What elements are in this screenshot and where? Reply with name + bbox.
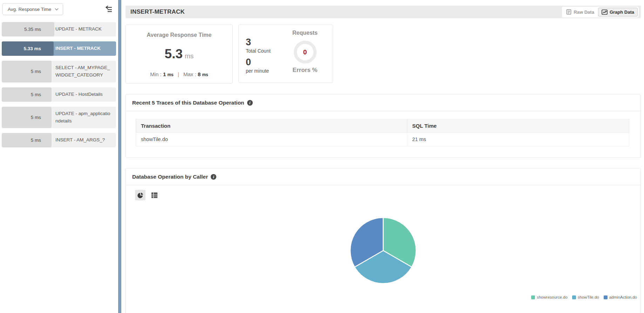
- operation-item-insert-am-args[interactable]: 5 ms INSERT - AM_ARGS_?: [2, 133, 116, 147]
- operation-item-select-am-mypage[interactable]: 5 ms SELECT - AM_MYPAGE_WIDGET_CATEGORY: [2, 61, 116, 82]
- operation-by-caller-card: Database Operation by Caller i: [126, 168, 641, 313]
- operation-label: UPDATE - apm_applicationdetails: [55, 110, 111, 125]
- table-icon: [151, 192, 158, 199]
- operation-value: 5.33 ms: [2, 46, 41, 51]
- errors-value: 0: [303, 48, 307, 56]
- sort-by-dropdown[interactable]: Avg. Response Time: [2, 3, 63, 15]
- errors-label: Errors %: [293, 67, 318, 74]
- graph-data-label: Graph Data: [610, 9, 634, 15]
- operation-value: 5 ms: [2, 92, 41, 97]
- column-header-sql-time: SQL Time: [407, 119, 629, 133]
- info-icon[interactable]: i: [211, 174, 216, 180]
- operation-label: UPDATE - HostDetails: [55, 91, 111, 98]
- page-header: INSERT-METRACK Raw Data Graph Data: [126, 6, 641, 18]
- legend-label: showresource.do: [537, 295, 568, 299]
- pie-view-button[interactable]: [135, 190, 145, 200]
- max-unit: ms: [202, 72, 208, 77]
- info-icon[interactable]: i: [247, 100, 253, 106]
- table-view-button[interactable]: [149, 190, 160, 200]
- sort-by-dropdown-label: Avg. Response Time: [8, 7, 51, 12]
- operation-label: UPDATE - METRACK: [55, 26, 111, 33]
- raw-data-label: Raw Data: [574, 9, 594, 15]
- avg-response-value: 5.3: [165, 47, 183, 61]
- raw-data-button[interactable]: Raw Data: [563, 8, 597, 16]
- min-max-row: Min : 1 ms | Max : 8 ms: [126, 71, 232, 77]
- sidebar-toolbar: Avg. Response Time: [0, 3, 118, 15]
- recent-traces-title: Recent 5 Traces of this Database Operati…: [132, 100, 244, 106]
- traces-table: Transaction SQL Time showTile.do 21 ms: [136, 119, 629, 146]
- operation-value: 5 ms: [2, 115, 41, 120]
- requests-title: Requests: [292, 30, 318, 36]
- metric-cards-row: Average Response Time 5.3ms Min : 1 ms |…: [126, 25, 641, 84]
- document-icon: [566, 9, 571, 15]
- operation-by-caller-title: Database Operation by Caller: [132, 174, 208, 180]
- operation-item-update-apm-applicationdetails[interactable]: 5 ms UPDATE - apm_applicationdetails: [2, 107, 116, 128]
- operations-sidebar: Avg. Response Time 5.35 ms UPDATE - METR…: [0, 0, 118, 313]
- avg-response-unit: ms: [185, 52, 194, 60]
- avg-response-time-title: Average Response Time: [126, 32, 232, 38]
- operation-item-update-metrack[interactable]: 5.35 ms UPDATE - METRACK: [2, 22, 116, 36]
- recent-traces-card: Recent 5 Traces of this Database Operati…: [126, 94, 641, 158]
- collapse-left-icon: [104, 5, 113, 14]
- caller-pie-chart[interactable]: [349, 217, 417, 285]
- min-label: Min :: [150, 71, 162, 77]
- legend-label: adminAction.do: [609, 295, 637, 299]
- operation-label: SELECT - AM_MYPAGE_WIDGET_CATEGORY: [55, 64, 111, 79]
- pie-legend: showresource.do showTile.do adminAction.…: [126, 295, 640, 299]
- max-label: Max :: [183, 71, 196, 77]
- operation-list: 5.35 ms UPDATE - METRACK 5.33 ms INSERT …: [0, 22, 118, 147]
- per-minute-label: per minute: [246, 68, 284, 74]
- chevron-down-icon: [55, 8, 59, 11]
- legend-swatch: [531, 295, 535, 299]
- view-toggle-group: Raw Data Graph Data: [562, 7, 639, 18]
- page-title: INSERT-METRACK: [130, 8, 185, 15]
- legend-swatch: [604, 295, 608, 299]
- operation-value: 5 ms: [2, 69, 41, 74]
- per-minute-value: 0: [246, 58, 284, 67]
- max-value: 8: [198, 71, 201, 77]
- trace-sql-time-cell: 21 ms: [407, 133, 629, 146]
- operation-label: INSERT - AM_ARGS_?: [55, 136, 111, 144]
- total-count-label: Total Count: [246, 48, 284, 54]
- operation-item-insert-metrack[interactable]: 5.33 ms INSERT - METRACK: [2, 41, 116, 56]
- sidebar-splitter[interactable]: [118, 0, 121, 313]
- collapse-sidebar-button[interactable]: [103, 4, 114, 14]
- operation-label: INSERT - METRACK: [55, 45, 111, 52]
- chart-view-toggles: [135, 190, 640, 200]
- requests-card: 3 Total Count 0 per minute Requests 0 Er…: [238, 25, 333, 83]
- legend-item-showresource[interactable]: showresource.do: [531, 295, 568, 299]
- graph-data-button[interactable]: Graph Data: [598, 8, 638, 16]
- operation-value: 5 ms: [2, 138, 41, 143]
- avg-response-time-card: Average Response Time 5.3ms Min : 1 ms |…: [126, 25, 233, 84]
- trace-transaction-cell[interactable]: showTile.do: [136, 133, 407, 146]
- separator: |: [178, 71, 179, 77]
- column-header-transaction: Transaction: [136, 119, 407, 133]
- trace-row[interactable]: showTile.do 21 ms: [136, 133, 629, 146]
- legend-item-adminaction[interactable]: adminAction.do: [604, 295, 637, 299]
- line-chart-icon: [602, 9, 608, 15]
- legend-item-showtile[interactable]: showTile.do: [572, 295, 599, 299]
- legend-label: showTile.do: [578, 295, 599, 299]
- operation-item-update-hostdetails[interactable]: 5 ms UPDATE - HostDetails: [2, 87, 116, 102]
- legend-swatch: [572, 295, 576, 299]
- min-unit: ms: [167, 72, 173, 77]
- operation-value: 5.35 ms: [2, 27, 41, 32]
- total-count-value: 3: [246, 38, 284, 47]
- pie-chart-icon: [137, 192, 144, 199]
- main-panel: INSERT-METRACK Raw Data Graph Data: [121, 0, 644, 313]
- errors-donut: 0: [294, 41, 317, 64]
- min-value: 1: [163, 71, 166, 77]
